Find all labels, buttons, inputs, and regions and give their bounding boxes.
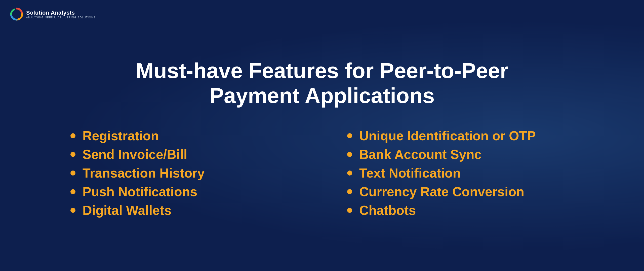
bullet-left-2 (70, 171, 75, 176)
feature-label-left-3: Push Notifications (83, 184, 197, 199)
main-content: Must-have Features for Peer-to-Peer Paym… (0, 0, 644, 271)
bullet-right-1 (347, 152, 352, 157)
feature-item-left-4: Digital Wallets (70, 203, 297, 218)
feature-column-right: Unique Identification or OTP Bank Accoun… (347, 128, 574, 218)
feature-item-right-4: Chatbots (347, 203, 574, 218)
feature-item-right-0: Unique Identification or OTP (347, 128, 574, 143)
features-grid: Registration Send Invoice/Bill Transacti… (70, 128, 574, 218)
bullet-right-3 (347, 189, 352, 194)
feature-column-left: Registration Send Invoice/Bill Transacti… (70, 128, 297, 218)
feature-label-left-4: Digital Wallets (83, 203, 171, 218)
bullet-right-2 (347, 171, 352, 176)
bullet-left-3 (70, 189, 75, 194)
page-heading: Must-have Features for Peer-to-Peer Paym… (136, 58, 508, 108)
bullet-left-4 (70, 208, 75, 213)
feature-label-left-1: Send Invoice/Bill (83, 147, 187, 162)
feature-item-left-2: Transaction History (70, 165, 297, 181)
bullet-right-4 (347, 208, 352, 213)
feature-label-right-0: Unique Identification or OTP (359, 128, 536, 143)
feature-item-left-0: Registration (70, 128, 297, 143)
feature-label-right-3: Currency Rate Conversion (359, 184, 524, 199)
bullet-left-0 (70, 133, 75, 138)
heading-line2: Payment Applications (209, 83, 434, 108)
feature-label-left-2: Transaction History (83, 165, 205, 181)
feature-item-right-1: Bank Account Sync (347, 147, 574, 162)
feature-label-right-1: Bank Account Sync (359, 147, 481, 162)
feature-item-left-1: Send Invoice/Bill (70, 147, 297, 162)
bullet-left-1 (70, 152, 75, 157)
heading-line1: Must-have Features for Peer-to-Peer (136, 58, 508, 83)
bullet-right-0 (347, 133, 352, 138)
feature-item-right-3: Currency Rate Conversion (347, 184, 574, 199)
feature-label-left-0: Registration (83, 128, 159, 143)
feature-item-left-3: Push Notifications (70, 184, 297, 199)
feature-item-right-2: Text Notification (347, 165, 574, 181)
feature-label-right-4: Chatbots (359, 203, 416, 218)
feature-label-right-2: Text Notification (359, 165, 461, 181)
